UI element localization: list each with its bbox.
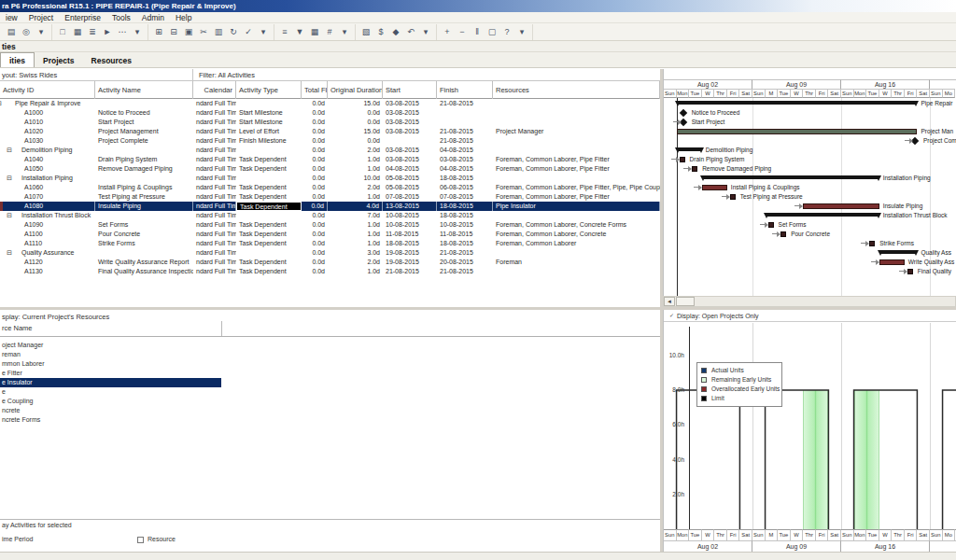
table-row[interactable]: ⊟Installation Thrust Blockndard Full Tim… <box>0 211 660 220</box>
column-header[interactable]: Resources <box>493 81 660 99</box>
timescale-icon[interactable]: # <box>323 25 336 38</box>
cut-icon[interactable]: ✂ <box>197 25 210 38</box>
paste-icon[interactable]: ▥ <box>212 25 225 38</box>
table-row[interactable]: A1010Start Projectndard Full TimeStart M… <box>0 118 660 127</box>
resource-row[interactable]: e Insulator <box>0 378 221 387</box>
gantt-summary-bar[interactable] <box>702 175 879 179</box>
menu-tools[interactable]: Tools <box>106 12 136 23</box>
table-row[interactable]: ⊟Quality Assurancendard Full Time0.0d3.0… <box>0 248 660 258</box>
resources-icon[interactable]: ▧ <box>359 25 373 38</box>
table-row[interactable]: A1110Strike Formsndard Full TimeTask Dep… <box>0 239 660 248</box>
table-row[interactable]: ⊟Pipe Repair & Improvendard Full Time0.0… <box>0 99 660 108</box>
cost-icon[interactable]: $ <box>374 25 387 38</box>
resource-name-column-header[interactable]: rce Name <box>2 324 33 332</box>
menu-help[interactable]: Help <box>170 12 197 23</box>
gantt-summary-bar[interactable] <box>677 147 702 151</box>
gantt-task-bar[interactable] <box>702 185 727 190</box>
resource-checkbox[interactable] <box>137 537 144 543</box>
add-icon[interactable]: ⊞ <box>152 25 165 38</box>
table-row[interactable]: A1130Final Quality Assurance Inspectionn… <box>0 267 660 276</box>
column-header[interactable]: Start <box>383 81 437 99</box>
table-row[interactable]: A1120Write Quality Assurance Reportndard… <box>0 258 660 267</box>
zoom-in-icon[interactable]: + <box>441 25 454 38</box>
layout-icon[interactable]: ▤ <box>5 25 18 38</box>
gantt-task-marker[interactable] <box>768 222 774 228</box>
dropdown-icon[interactable]: ▾ <box>35 25 48 38</box>
gantt-task-marker[interactable] <box>730 194 736 200</box>
filter-icon[interactable]: ▼ <box>293 25 306 38</box>
title-bar[interactable]: ra P6 Professional R15.1 : PIPE REPAIR-1… <box>0 0 956 12</box>
gantt-task-bar[interactable] <box>803 203 879 209</box>
table-row[interactable]: ⊟Installation Pipingndard Full Time0.0d1… <box>0 174 660 183</box>
table-row[interactable]: ⊟Demolition Pipingndard Full Time0.0d2.0… <box>0 146 660 155</box>
resource-row[interactable]: reman <box>0 350 660 359</box>
table-row[interactable]: A1060Install Piping & Couplingsndard Ful… <box>0 183 660 192</box>
column-header[interactable]: Total Float <box>302 81 328 99</box>
table-row[interactable]: A1050Remove Damaged Pipingndard Full Tim… <box>0 164 660 174</box>
help-icon[interactable]: ? <box>500 25 513 38</box>
gantt-summary-bar[interactable] <box>879 250 918 254</box>
resource-row[interactable]: e Coupling <box>0 397 660 406</box>
window-icon[interactable]: ▢ <box>485 25 499 38</box>
table-row[interactable]: A1100Pour Concretendard Full TimeTask De… <box>0 230 660 239</box>
dropdown-icon[interactable]: ▾ <box>257 25 270 38</box>
dropdown-icon[interactable]: ▾ <box>338 25 351 38</box>
collapse-icon[interactable]: ⊟ <box>7 248 12 258</box>
delete-icon[interactable]: ⊟ <box>167 25 180 38</box>
column-header[interactable]: Original Duration <box>328 81 383 99</box>
copy-icon[interactable]: ▣ <box>182 25 195 38</box>
dropdown-icon[interactable]: ▾ <box>419 25 432 38</box>
new-project-icon[interactable]: □ <box>56 25 69 38</box>
gantt-task-marker[interactable] <box>692 166 697 172</box>
relationships-icon[interactable]: ◆ <box>389 25 402 38</box>
split-icon[interactable]: ‖ <box>471 25 484 38</box>
gantt-task-marker[interactable] <box>907 269 913 274</box>
scrollbar-thumb[interactable] <box>676 297 695 306</box>
resource-row[interactable]: mmon Laborer <box>0 359 660 369</box>
gantt-task-marker[interactable] <box>680 157 685 162</box>
tab-resources[interactable]: Resources <box>83 53 140 68</box>
gantt-task-marker[interactable] <box>780 231 786 237</box>
resource-row[interactable]: e Fitter <box>0 369 660 378</box>
column-header[interactable]: Activity ID <box>0 81 95 99</box>
table-row[interactable]: A1090Set Formsndard Full TimeTask Depend… <box>0 220 660 230</box>
tab-ities[interactable]: ities <box>0 52 35 67</box>
print-icon[interactable]: ≣ <box>86 25 99 38</box>
table-row[interactable]: A1040Drain Piping Systemndard Full TimeT… <box>0 155 660 164</box>
menu-enterprise[interactable]: Enterprise <box>59 12 106 23</box>
more-icon[interactable]: ⋯ <box>116 25 129 38</box>
gantt-task-bar[interactable] <box>677 129 918 134</box>
table-row[interactable]: A1070Test Piping at Pressurendard Full T… <box>0 192 660 202</box>
column-header[interactable]: Activity Type <box>236 81 302 99</box>
undo-icon[interactable]: ↶ <box>404 25 417 38</box>
dropdown-icon[interactable]: ▾ <box>515 25 528 38</box>
columns-icon[interactable]: ≡ <box>278 25 291 38</box>
gantt-summary-bar[interactable] <box>766 213 879 217</box>
table-row[interactable]: A1030Project Completendard Full TimeFini… <box>0 136 660 146</box>
schedule-icon[interactable]: ✓ <box>242 25 255 38</box>
menu-admin[interactable]: Admin <box>136 12 170 23</box>
resource-row[interactable]: ncrete Forms <box>0 415 660 425</box>
tab-projects[interactable]: Projects <box>35 53 83 68</box>
group-sort-icon[interactable]: ▦ <box>308 25 321 38</box>
collapse-icon[interactable]: ⊟ <box>0 99 2 108</box>
dropdown-icon[interactable]: ▾ <box>131 25 144 38</box>
collapse-icon[interactable]: ⊟ <box>7 146 12 155</box>
cursor-icon[interactable]: ► <box>101 25 114 38</box>
collapse-icon[interactable]: ⊟ <box>7 211 12 220</box>
menu-iew[interactable]: iew <box>0 12 23 23</box>
gantt-horizontal-scrollbar[interactable]: ◄ <box>663 296 956 307</box>
menu-project[interactable]: Project <box>23 12 59 23</box>
resource-row[interactable]: e <box>0 387 660 397</box>
search-icon[interactable]: ◎ <box>20 25 33 38</box>
resource-row[interactable]: ncrete <box>0 406 660 415</box>
gantt-milestone[interactable] <box>679 109 686 117</box>
column-header[interactable]: Calendar <box>193 81 236 99</box>
collapse-icon[interactable]: ⊟ <box>7 174 12 183</box>
zoom-out-icon[interactable]: − <box>456 25 469 38</box>
gantt-task-bar[interactable] <box>879 259 905 265</box>
table-row[interactable]: A1000Notice to Proceedndard Full TimeSta… <box>0 108 660 118</box>
table-row[interactable]: A1080Insulate Pipingndard Full TimeTask … <box>0 202 660 211</box>
resource-row[interactable]: oject Manager <box>0 341 660 350</box>
refresh-icon[interactable]: ↻ <box>227 25 240 38</box>
